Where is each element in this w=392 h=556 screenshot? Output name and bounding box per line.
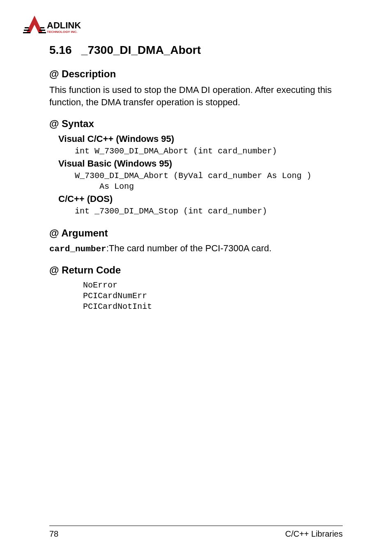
argument-heading: @ Argument [49,227,343,239]
svg-rect-0 [25,27,29,28]
page-number: 78 [49,529,58,539]
code-line: W_7300_DI_DMA_Abort (ByVal card_number A… [75,171,343,181]
code-line: As Long [75,181,343,192]
footer-section: C/C++ Libraries [285,529,343,539]
section-number: 5.16 [49,44,72,56]
syntax-lang-dos: C/C++ (DOS) [58,194,343,204]
return-code-heading: @ Return Code [49,264,343,276]
description-heading: @ Description [49,68,343,80]
logo: ADLINK TECHNOLOGY INC. [23,12,343,36]
footer: 78 C/C++ Libraries [49,526,343,539]
svg-rect-4 [39,30,45,31]
return-code: NoError [83,280,343,291]
code-line: int W_7300_DI_DMA_Abort (int card_number… [75,146,343,157]
description-text: This function is used to stop the DMA DI… [49,84,343,108]
section-name: _7300_DI_DMA_Abort [81,44,201,56]
svg-rect-3 [40,27,44,28]
return-code: PCICardNumErr [83,291,343,301]
svg-rect-1 [24,30,30,31]
code-line: int _7300_DI_DMA_Stop (int card_number) [75,206,343,217]
section-title: 5.16 _7300_DI_DMA_Abort [49,44,343,57]
svg-rect-2 [23,32,30,33]
argument-line: card_number:The card number of the PCI-7… [49,243,343,254]
return-code: PCICardNotInit [83,301,343,312]
svg-rect-5 [39,32,46,33]
argument-param: card_number [49,244,106,254]
syntax-lang-vc: Visual C/C++ (Windows 95) [58,134,343,144]
logo-tagline: TECHNOLOGY INC. [47,30,78,34]
syntax-lang-vb: Visual Basic (Windows 95) [58,158,343,169]
syntax-heading: @ Syntax [49,118,343,130]
logo-text: ADLINK [47,20,81,30]
argument-desc: The card number of the PCI-7300A card. [109,243,272,253]
